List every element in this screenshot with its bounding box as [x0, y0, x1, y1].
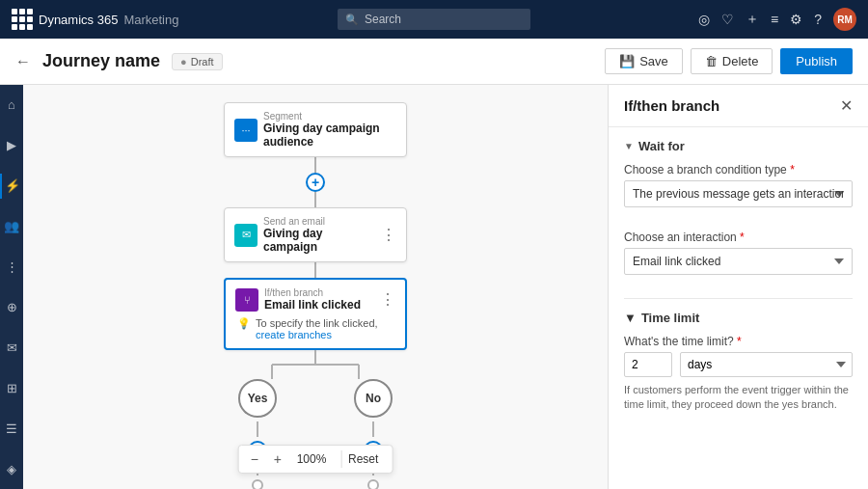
panel-title: If/then branch — [624, 97, 719, 114]
top-nav: Dynamics 365 Marketing 🔍 ◎ ♡ ＋ ≡ ⚙ ? RM — [0, 0, 868, 39]
sidebar-item-tag[interactable]: ⋮ — [0, 255, 23, 280]
interaction-select[interactable]: Email link clicked — [624, 248, 853, 275]
target-icon[interactable]: ◎ — [698, 12, 710, 27]
email-title: Giving day campaign — [263, 227, 375, 254]
app-body: ⌂ ▶ ⚡ 👥 ⋮ ⊕ ✉ ⊞ ☰ ◈ ··· Segment Giving d… — [0, 85, 868, 489]
no-label: No — [354, 379, 393, 418]
canvas-toolbar: − + 100% Reset — [238, 445, 393, 474]
segment-type-label: Segment — [263, 111, 396, 122]
reset-button[interactable]: Reset — [341, 450, 384, 468]
wait-for-section-header[interactable]: ▼ Wait for — [624, 139, 853, 153]
wait-for-label: Wait for — [638, 139, 685, 153]
sidebar-item-home[interactable]: ⌂ — [0, 93, 23, 118]
back-button[interactable]: ← — [15, 53, 31, 70]
email-menu-button[interactable]: ⋮ — [381, 228, 396, 243]
gear-icon[interactable]: ⚙ — [790, 12, 802, 27]
plus-icon[interactable]: ＋ — [746, 11, 759, 28]
connector-2 — [314, 262, 316, 278]
bell-icon[interactable]: ♡ — [721, 12, 734, 27]
status-badge: ● Draft — [172, 53, 223, 70]
search-box[interactable]: 🔍 — [338, 9, 530, 30]
yes-label: Yes — [238, 379, 277, 418]
journey-flow: ··· Segment Giving day campaign audience… — [23, 85, 608, 489]
add-button-1[interactable]: + — [306, 173, 325, 192]
avatar[interactable]: RM — [833, 8, 856, 31]
search-input[interactable] — [365, 13, 523, 26]
ifthen-type-label: If/then branch — [264, 287, 374, 298]
zoom-level: 100% — [293, 452, 330, 466]
time-limit-chevron-icon: ▼ — [624, 311, 637, 325]
zoom-out-button[interactable]: − — [247, 449, 262, 469]
segment-icon-box: ··· — [234, 119, 258, 142]
ifthen-icon: ⑂ — [244, 294, 251, 306]
publish-button[interactable]: Publish — [780, 48, 853, 74]
sidebar-item-book[interactable]: ☰ — [0, 416, 23, 441]
time-limit-field-label: What's the time limit? * — [624, 335, 853, 348]
delete-button[interactable]: 🗑 Delete — [691, 48, 773, 74]
panel-close-button[interactable]: ✕ — [840, 96, 853, 115]
no-connector — [372, 421, 374, 437]
condition-type-required: * — [790, 163, 795, 177]
time-limit-required: * — [737, 335, 742, 348]
save-icon: 💾 — [619, 54, 635, 68]
email-icon: ✉ — [242, 229, 251, 241]
time-limit-group: What's the time limit? * days If custome… — [624, 335, 853, 413]
sidebar-item-settings[interactable]: ◈ — [0, 456, 23, 481]
time-limit-section-header[interactable]: ▼ Time limit — [624, 311, 853, 325]
sidebar-item-flow[interactable]: ⚡ — [0, 174, 23, 199]
panel-header: If/then branch ✕ — [609, 85, 868, 127]
page-header: ← Journey name ● Draft 💾 Save 🗑 Delete P… — [0, 39, 868, 85]
help-icon[interactable]: ? — [814, 12, 822, 27]
hint-text: To specify the link clicked, create bran… — [256, 317, 393, 340]
time-limit-input[interactable] — [624, 352, 672, 377]
connector-1b — [314, 192, 316, 207]
sidebar-item-mail[interactable]: ✉ — [0, 335, 23, 360]
email-label-area: Send an email Giving day campaign — [263, 216, 375, 254]
zoom-in-button[interactable]: + — [270, 449, 285, 469]
create-branches-link[interactable]: create branches — [256, 329, 332, 340]
email-node[interactable]: ✉ Send an email Giving day campaign ⋮ — [224, 207, 407, 262]
app-logo[interactable]: Dynamics 365 Marketing — [12, 9, 178, 30]
save-label: Save — [639, 54, 668, 68]
yes-end — [252, 479, 263, 489]
sidebar-item-play[interactable]: ▶ — [0, 133, 23, 158]
left-sidebar: ⌂ ▶ ⚡ 👥 ⋮ ⊕ ✉ ⊞ ☰ ◈ — [0, 85, 23, 489]
segment-label-area: Segment Giving day campaign audience — [263, 111, 396, 149]
time-unit-select[interactable]: days — [680, 352, 853, 377]
section-divider — [624, 298, 853, 299]
draft-dot: ● — [180, 56, 187, 68]
page-title: Journey name — [42, 51, 160, 71]
sidebar-item-layers[interactable]: ⊞ — [0, 375, 23, 400]
wait-chevron-icon: ▼ — [624, 141, 634, 151]
time-limit-row: days — [624, 352, 853, 377]
connector-1 — [314, 157, 316, 173]
ifthen-icon-box: ⑂ — [235, 288, 258, 312]
condition-type-select[interactable]: The previous message gets an interaction — [624, 180, 853, 207]
email-type-label: Send an email — [263, 216, 375, 227]
segment-icon: ··· — [241, 124, 250, 136]
sidebar-item-people[interactable]: 👥 — [0, 214, 23, 239]
right-panel: If/then branch ✕ ▼ Wait for Choose a bra… — [608, 85, 868, 489]
no-end — [367, 479, 379, 489]
grid-icon — [12, 9, 33, 30]
condition-type-label: Choose a branch condition type * — [624, 163, 853, 177]
header-actions: 💾 Save 🗑 Delete Publish — [605, 48, 853, 74]
segment-title: Giving day campaign audience — [263, 122, 396, 149]
interaction-group: Choose an interaction * Email link click… — [624, 231, 853, 286]
delete-label: Delete — [722, 54, 759, 68]
search-icon: 🔍 — [345, 14, 359, 26]
draft-label: Draft — [191, 56, 214, 68]
app-name: Dynamics 365 — [39, 13, 118, 27]
ifthen-menu-button[interactable]: ⋮ — [380, 292, 395, 308]
save-button[interactable]: 💾 Save — [605, 48, 683, 74]
filter-icon[interactable]: ≡ — [771, 12, 778, 27]
sidebar-item-chart[interactable]: ⊕ — [0, 295, 23, 320]
panel-body: ▼ Wait for Choose a branch condition typ… — [609, 127, 868, 489]
ifthen-label-area: If/then branch Email link clicked — [264, 287, 374, 312]
ifthen-title: Email link clicked — [264, 298, 374, 312]
segment-node[interactable]: ··· Segment Giving day campaign audience — [224, 102, 407, 157]
time-limit-hint-text: If customers perform the event trigger w… — [624, 383, 853, 413]
delete-icon: 🗑 — [705, 54, 718, 68]
hint-bulb-icon: 💡 — [237, 317, 251, 330]
ifthen-node[interactable]: ⑂ If/then branch Email link clicked ⋮ 💡 … — [224, 278, 407, 350]
